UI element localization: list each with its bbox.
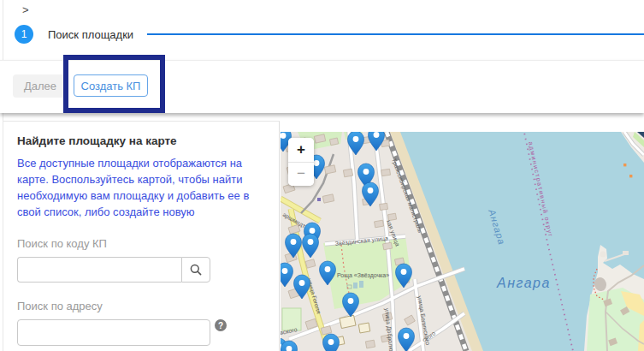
step-progress-line: [147, 33, 644, 35]
map-zoom-control: + −: [288, 138, 314, 186]
breadcrumb-chevron[interactable]: >: [22, 3, 29, 16]
code-search-label: Поиск по коду КП: [17, 237, 265, 250]
next-button[interactable]: Далее: [13, 74, 68, 98]
zoom-in-button[interactable]: +: [288, 138, 314, 163]
panel-title: Найдите площадку на карте: [17, 134, 265, 147]
map-canvas[interactable]: Ангара Ангара административный округ Рощ…: [281, 132, 644, 351]
map-container: Ангара Ангара административный округ Рощ…: [281, 132, 644, 351]
panel-description: Все доступные площадки отображаются на к…: [17, 155, 255, 220]
toolbar: Далее Создать КП: [0, 60, 644, 113]
create-kp-button[interactable]: Создать КП: [74, 74, 148, 97]
address-search-input[interactable]: [17, 319, 210, 346]
stepper: 1 Поиск площадки: [15, 25, 644, 44]
map-label-river-big: Ангара: [496, 276, 551, 290]
step-title: Поиск площадки: [48, 28, 133, 41]
help-icon[interactable]: ?: [215, 319, 227, 331]
search-panel: Найдите площадку на карте Все доступные …: [3, 121, 280, 351]
search-icon: [189, 263, 203, 277]
address-search-group: ?: [17, 319, 265, 346]
code-search-input[interactable]: [17, 257, 181, 283]
zoom-out-button[interactable]: −: [288, 163, 314, 187]
code-search-group: [17, 257, 210, 283]
address-search-label: Поиск по адресу: [17, 300, 265, 312]
map-label-park: Роща «Звёздочка»: [337, 272, 389, 279]
map-pin[interactable]: [323, 334, 340, 351]
step-number-badge: 1: [15, 25, 33, 44]
code-search-button[interactable]: [181, 257, 210, 283]
